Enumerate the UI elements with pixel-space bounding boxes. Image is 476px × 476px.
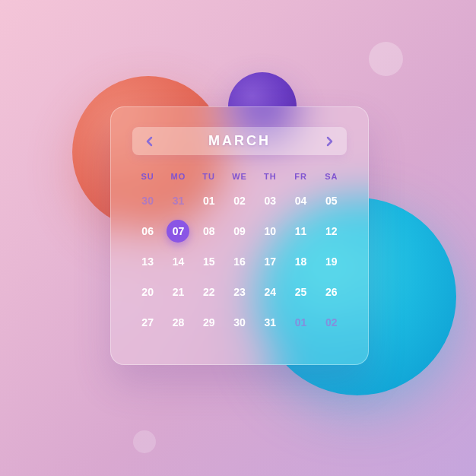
calendar-day[interactable]: 23 (224, 280, 255, 304)
calendar-day[interactable]: 12 (316, 219, 347, 243)
calendar-day[interactable]: 21 (163, 280, 193, 304)
weekday-label: TU (194, 172, 224, 181)
weekday-label: SA (316, 172, 347, 181)
calendar-day[interactable]: 26 (316, 280, 347, 304)
calendar-day[interactable]: 09 (224, 219, 255, 243)
decorative-circle-small (369, 42, 403, 76)
chevron-left-icon (146, 136, 154, 147)
calendar-day[interactable]: 24 (255, 280, 285, 304)
calendar-day[interactable]: 04 (285, 189, 316, 213)
calendar-day[interactable]: 05 (316, 189, 347, 213)
calendar-day[interactable]: 15 (194, 249, 224, 274)
calendar-day[interactable]: 28 (163, 310, 193, 335)
weekdays-row: SU MO TU WE TH FR SA (132, 172, 347, 181)
previous-month-button[interactable] (143, 135, 157, 148)
calendar-day[interactable]: 30 (224, 310, 255, 335)
calendar-day[interactable]: 06 (132, 219, 163, 243)
chevron-right-icon (325, 136, 333, 147)
calendar-day[interactable]: 01 (194, 189, 224, 213)
calendar-day[interactable]: 07 (163, 219, 193, 243)
calendar-day[interactable]: 16 (224, 249, 255, 274)
weekday-label: WE (224, 172, 255, 181)
next-month-button[interactable] (322, 135, 336, 148)
calendar-day[interactable]: 11 (285, 219, 316, 243)
calendar-day[interactable]: 10 (255, 219, 285, 243)
calendar-day[interactable]: 27 (132, 310, 163, 335)
calendar-day[interactable]: 31 (255, 310, 285, 335)
calendar-day[interactable]: 29 (194, 310, 224, 335)
calendar-day[interactable]: 19 (316, 249, 347, 274)
calendar-day[interactable]: 01 (285, 310, 316, 335)
weekday-label: MO (163, 172, 193, 181)
calendar-day[interactable]: 08 (194, 219, 224, 243)
calendar-day[interactable]: 14 (163, 249, 193, 274)
calendar-day[interactable]: 22 (194, 280, 224, 304)
weekday-label: FR (285, 172, 316, 181)
decorative-circle-small (133, 430, 156, 453)
weekday-label: TH (255, 172, 285, 181)
calendar-day[interactable]: 02 (224, 189, 255, 213)
calendar-day[interactable]: 18 (285, 249, 316, 274)
month-navigation: MARCH (132, 127, 347, 155)
calendar-day[interactable]: 17 (255, 249, 285, 274)
calendar-day[interactable]: 25 (285, 280, 316, 304)
weekday-label: SU (132, 172, 163, 181)
calendar-day[interactable]: 13 (132, 249, 163, 274)
calendar-day[interactable]: 20 (132, 280, 163, 304)
calendar-days-grid: 3031010203040506070809101112131415161718… (132, 189, 347, 335)
calendar-day[interactable]: 03 (255, 189, 285, 213)
calendar-day[interactable]: 02 (316, 310, 347, 335)
calendar-day[interactable]: 31 (163, 189, 193, 213)
month-title: MARCH (208, 133, 271, 149)
calendar-card: MARCH SU MO TU WE TH FR SA 3031010203040… (110, 106, 369, 365)
calendar-day[interactable]: 30 (132, 189, 163, 213)
